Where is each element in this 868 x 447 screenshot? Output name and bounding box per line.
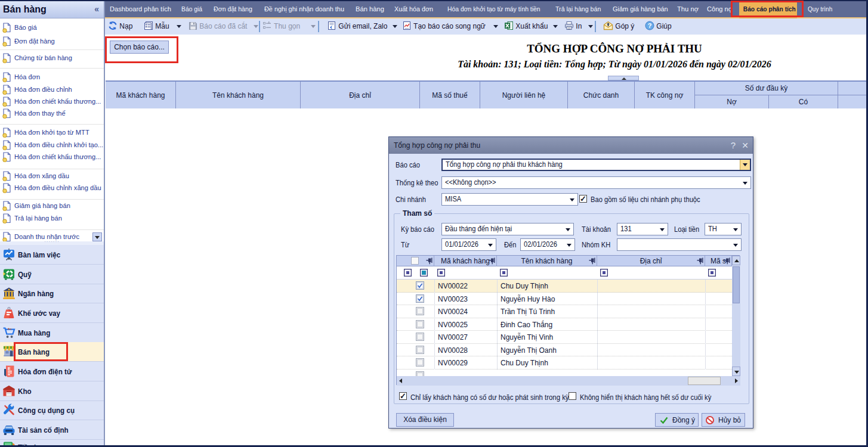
svg-text:?: ? xyxy=(648,22,652,29)
svg-text:E: E xyxy=(8,366,11,370)
